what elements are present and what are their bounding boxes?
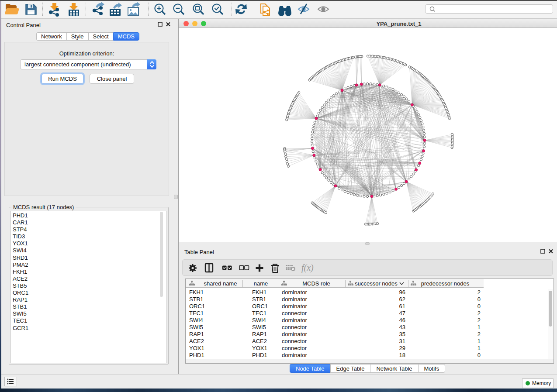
svg-text:f(x): f(x) <box>301 263 314 273</box>
